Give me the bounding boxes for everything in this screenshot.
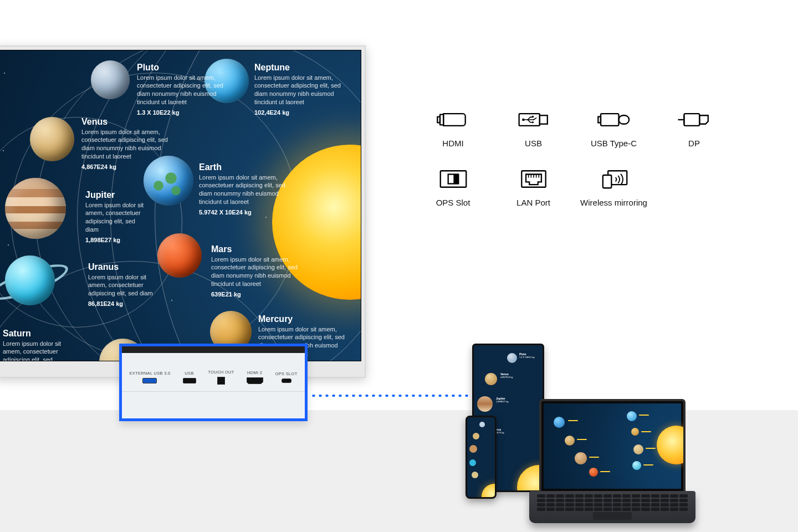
svg-rect-14: [448, 174, 454, 183]
mini-planet: [473, 433, 479, 439]
mini-planet: [589, 468, 598, 477]
conn-label: LAN Port: [516, 198, 550, 207]
mini-planet: [469, 459, 476, 466]
planet-name: Mars: [211, 243, 305, 255]
conn-label: Wireless mirroring: [580, 198, 647, 207]
mini-planet: [485, 373, 497, 385]
planet-label-pluto: Pluto Lorem ipsum dolor sit amem, consec…: [137, 62, 231, 117]
port-label: USB: [185, 371, 193, 376]
port-panel-callout: EXTERNAL USB 3.0 USB TOUCH OUT HDMI 2 OP…: [119, 344, 308, 421]
wireless-icon: [597, 168, 631, 190]
conn-label: HDMI: [442, 139, 463, 148]
laptop-trackpad: [593, 512, 632, 520]
dp-icon: [677, 109, 712, 131]
label-dash: [639, 415, 649, 416]
planet-label-neptune: Neptune Lorem ipsum dolor sit amem, cons…: [254, 62, 349, 117]
svg-point-6: [531, 121, 533, 123]
planet-desc: Lorem ipsum dolor sit amem, consectetuer…: [137, 74, 231, 106]
usb-port-icon: [183, 378, 196, 383]
label-dash: [589, 457, 599, 458]
connection-dotted-line: [310, 395, 469, 397]
sun-icon: [657, 426, 686, 464]
sun-icon: [482, 484, 497, 499]
port-label: OPS SLOT: [275, 371, 298, 376]
port-label: TOUCH OUT: [208, 370, 234, 375]
laptop-keyboard: [537, 494, 688, 511]
conn-wireless: Wireless mirroring: [576, 168, 651, 207]
planet-venus: [30, 117, 74, 161]
display-screen: Pluto Lorem ipsum dolor sit amem, consec…: [0, 50, 361, 361]
mini-planet: [472, 472, 478, 478]
mini-planet: [469, 445, 477, 453]
mini-planet: [565, 436, 575, 446]
svg-rect-23: [602, 175, 611, 188]
interactive-display: Pluto Lorem ipsum dolor sit amem, consec…: [0, 45, 366, 378]
mini-label: Jupiter1,898E27 kg: [496, 397, 508, 403]
mini-planet: [507, 353, 517, 363]
mini-planet: [479, 422, 485, 427]
planet-jupiter: [5, 178, 66, 239]
svg-rect-13: [440, 171, 466, 187]
planet-name: Uranus: [88, 261, 155, 273]
planet-label-earth: Earth Lorem ipsum dolor sit amem, consec…: [199, 161, 293, 217]
hdmi-icon: [436, 109, 470, 131]
label-dash: [600, 471, 610, 472]
mini-planet: [632, 461, 641, 470]
planet-uranus: [5, 255, 55, 305]
planet-name: Neptune: [254, 62, 349, 74]
planet-desc: Lorem ipsum dolor sit amem, consectetuer…: [199, 173, 293, 206]
label-dash: [577, 439, 587, 440]
usb-icon: [516, 109, 551, 131]
planet-name: Venus: [81, 116, 176, 128]
laptop-device: [529, 412, 695, 523]
planet-desc: Lorem ipsum dolor sit amem, consectetuer…: [88, 273, 155, 298]
star-icon: [4, 73, 5, 74]
planet-label-mars: Mars Lorem ipsum dolor sit amem, consect…: [211, 243, 305, 299]
planet-pluto: [91, 60, 130, 99]
mini-planet: [633, 444, 643, 454]
usb3-port-icon: [142, 378, 157, 383]
ops-port-icon: [282, 378, 291, 383]
port-row: EXTERNAL USB 3.0 USB TOUCH OUT HDMI 2 OP…: [122, 363, 305, 392]
usb-c-icon: [597, 109, 631, 131]
mini-planet: [627, 411, 637, 421]
planet-mass: 4,867E24 kg: [81, 163, 176, 171]
planet-name: Saturn: [3, 328, 66, 340]
mini-planet: [554, 417, 565, 428]
devices-cluster: Pluto1.3 X 10E22 kg Venus4,867E24 kg Jup…: [466, 335, 704, 523]
port-label: HDMI 2: [247, 370, 262, 375]
mini-planet: [575, 452, 587, 464]
conn-hdmi: HDMI: [416, 109, 490, 148]
svg-rect-9: [618, 115, 629, 124]
conn-ops: OPS Slot: [416, 168, 490, 207]
planet-mass: 86,81E24 kg: [88, 300, 155, 308]
laptop-screen: [544, 403, 681, 489]
touch-port-icon: [217, 377, 225, 385]
port-ops: OPS SLOT: [275, 371, 298, 383]
connectivity-grid: HDMI USB: [416, 109, 732, 207]
conn-usb: USB: [496, 109, 571, 148]
planet-label-jupiter: Jupiter Lorem ipsum dolor sit amem, cons…: [85, 189, 146, 244]
svg-rect-15: [455, 174, 458, 183]
conn-label: DP: [688, 139, 700, 148]
conn-lan: LAN Port: [496, 168, 571, 207]
planet-label-uranus: Uranus Lorem ipsum dolor sit amem, conse…: [88, 261, 155, 308]
planet-desc: Lorem ipsum dolor sit amem, consectetuer…: [81, 128, 176, 161]
planet-mass: 639E21 kg: [211, 290, 305, 299]
planet-desc: Lorem ipsum dolor sit amem, consectetuer…: [254, 74, 349, 106]
conn-label: OPS Slot: [436, 198, 470, 207]
planet-label-venus: Venus Lorem ipsum dolor sit amem, consec…: [81, 116, 176, 171]
laptop-base: [529, 491, 695, 523]
planet-name: Earth: [199, 161, 293, 173]
port-usb3: EXTERNAL USB 3.0: [129, 371, 170, 383]
mini-planet: [631, 428, 639, 436]
port-touch: TOUCH OUT: [208, 370, 234, 385]
port-panel-bezel: [122, 346, 305, 353]
ops-icon: [436, 168, 470, 190]
mini-label: Pluto1.3 X 10E22 kg: [519, 353, 534, 359]
planet-mass: 1,898E27 kg: [85, 236, 146, 244]
label-dash: [643, 464, 653, 466]
svg-rect-5: [531, 116, 533, 117]
label-dash: [568, 420, 578, 421]
lan-icon: [516, 168, 551, 190]
